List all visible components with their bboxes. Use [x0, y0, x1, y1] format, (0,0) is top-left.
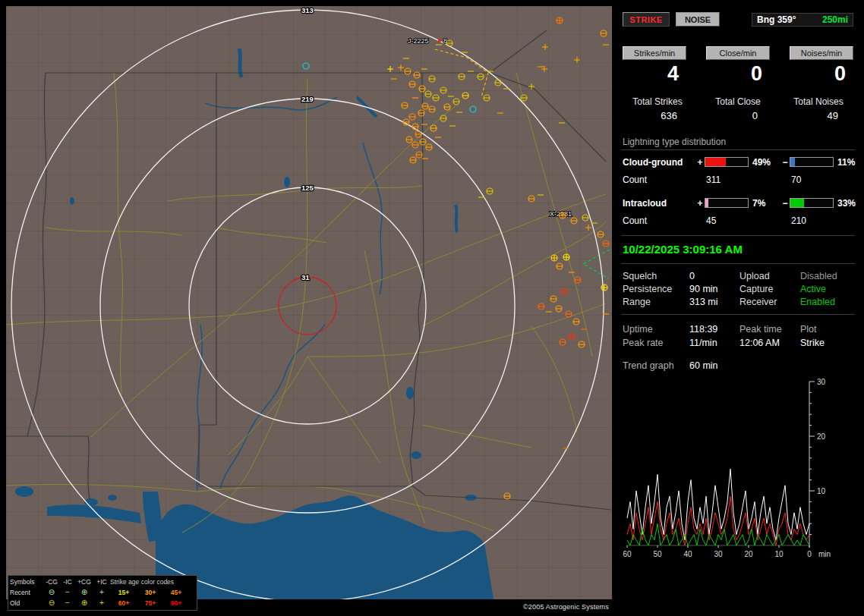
cg-positive-bar: [705, 157, 749, 167]
peak-rate-value: 11/min: [689, 338, 739, 348]
trend-graph: 1020306050403020100min: [623, 377, 852, 567]
settings-grid: Squelch 0 Upload Disabled Persistence 90…: [623, 271, 853, 307]
cg-negative-count: 70: [790, 174, 834, 185]
ic-negative-count: 210: [790, 215, 834, 226]
legend-col-pic: +IC: [93, 577, 110, 587]
map-panel: 31321912531 J-22258X-2981 Symbols -CG -I…: [6, 6, 612, 611]
close-per-min-button[interactable]: Close/min: [706, 46, 770, 60]
cg-positive-count: 311: [705, 174, 749, 185]
capture-status: Active: [800, 284, 853, 294]
svg-text:10: 10: [817, 487, 826, 495]
peak-time-label: Peak time: [739, 324, 800, 335]
strike-symbol: [563, 254, 569, 260]
legend-symbols-title: Symbols: [10, 577, 43, 587]
map-legend: Symbols -CG -IC +CG +IC Strike age color…: [8, 575, 197, 611]
rate-boxes: Strikes/min 4 Close/min 0 Noises/min 0: [623, 46, 853, 86]
cg-positive-pct: 49%: [749, 157, 780, 168]
age-45: 45+: [163, 587, 189, 598]
ic-negative-pct: 33%: [834, 198, 856, 209]
upload-label: Upload: [739, 271, 800, 281]
svg-text:0: 0: [807, 550, 812, 558]
old-ic-minus-icon: −: [60, 599, 75, 607]
svg-text:219: 219: [301, 95, 314, 103]
total-close-value: 0: [703, 110, 773, 121]
svg-text:40: 40: [683, 550, 692, 558]
status-panel: STRIKE NOISE Bng 359° 250mi Strikes/min …: [618, 6, 858, 611]
cloud-ground-count-row: Count 311 70: [623, 171, 853, 188]
svg-text:10: 10: [774, 550, 784, 558]
legend-col-nic: -IC: [60, 577, 75, 587]
recent-ic-minus-icon: −: [60, 589, 75, 596]
total-strikes-label: Total Strikes: [623, 96, 692, 107]
upload-status: Disabled: [800, 271, 853, 281]
svg-text:min: min: [818, 550, 831, 558]
persistence-value: 90 min: [689, 284, 739, 294]
svg-text:30: 30: [817, 378, 826, 386]
plot-label: Plot: [800, 324, 853, 335]
age-75: 75+: [137, 598, 163, 608]
svg-text:50: 50: [653, 550, 662, 558]
legend-col-ncg: -CG: [43, 577, 60, 587]
peak-rate-label: Peak rate: [623, 338, 689, 348]
recent-cg-minus-icon: ⊖: [43, 589, 60, 596]
peak-time-value: 12:06 AM: [739, 338, 800, 348]
range-setting-value: 313 mi: [689, 297, 739, 307]
lightning-map[interactable]: 31321912531 J-22258X-2981: [6, 6, 612, 599]
intracloud-row: Intracloud + 7% − 33%: [623, 194, 853, 212]
trend-graph-label: Trend graph: [623, 360, 689, 371]
uptime-value: 118:39: [689, 324, 739, 335]
age-90: 90+: [163, 598, 189, 608]
total-close-label: Total Close: [703, 96, 773, 107]
svg-text:30: 30: [714, 550, 723, 558]
svg-text:20: 20: [817, 432, 826, 441]
intracloud-count-row: Count 45 210: [623, 212, 853, 229]
bearing-value: Bng 359°: [757, 14, 796, 25]
close-per-min-value: 0: [706, 61, 770, 86]
strike-button[interactable]: STRIKE: [623, 12, 670, 27]
strike-symbol: [551, 255, 557, 261]
svg-text:125: 125: [301, 184, 314, 192]
total-strikes-value: 636: [623, 110, 692, 121]
minus-sign: −: [780, 198, 790, 209]
cloud-ground-row: Cloud-ground + 49% − 11%: [623, 153, 853, 171]
legend-col-pcg: +CG: [75, 577, 93, 587]
distribution-title: Lightning type distribution: [623, 137, 853, 149]
bearing-display: Bng 359° 250mi: [752, 13, 853, 27]
old-cg-plus-icon: ⊕: [75, 599, 93, 607]
old-cg-minus-icon: ⊖: [43, 599, 60, 607]
range-label: Range: [623, 297, 689, 307]
trend-window-value: 60 min: [689, 360, 853, 371]
noises-per-min-button[interactable]: Noises/min: [790, 46, 853, 60]
ic-positive-bar: [705, 198, 749, 208]
noise-button[interactable]: NOISE: [676, 12, 720, 27]
squelch-label: Squelch: [623, 271, 689, 281]
mode-buttons: STRIKE NOISE Bng 359° 250mi: [623, 12, 853, 27]
cg-negative-bar: [790, 157, 834, 167]
legend-age-title: Strike age color codes: [110, 577, 189, 587]
capture-label: Capture: [739, 284, 800, 294]
copyright-text: ©2005 Astrogenic Systems: [523, 603, 609, 611]
legend-recent-label: Recent: [10, 587, 43, 598]
svg-text:X-2981: X-2981: [550, 210, 572, 218]
recent-ic-plus-icon: +: [93, 589, 110, 596]
strikes-per-min-button[interactable]: Strikes/min: [623, 46, 686, 60]
plus-sign: +: [695, 198, 705, 209]
ic-count-label: Count: [623, 215, 695, 226]
strike-symbol: [601, 284, 607, 291]
cloud-ground-label: Cloud-ground: [623, 157, 695, 168]
minus-sign: −: [780, 157, 790, 168]
strikes-per-min-value: 4: [623, 61, 686, 86]
strike-symbol: [557, 17, 563, 24]
trend-header: Trend graph 60 min: [623, 360, 853, 371]
receiver-label: Receiver: [739, 297, 800, 307]
uptime-grid: Uptime 118:39 Peak time Plot Peak rate 1…: [623, 324, 853, 348]
plot-type-value: Strike: [800, 338, 853, 348]
age-60: 60+: [110, 598, 137, 608]
svg-text:60: 60: [623, 550, 632, 558]
totals-row: Total Strikes 636 Total Close 0 Total No…: [623, 96, 853, 121]
persistence-label: Persistence: [623, 284, 689, 294]
ic-positive-pct: 7%: [749, 198, 780, 209]
svg-text:20: 20: [744, 550, 753, 558]
trend-series: [627, 469, 809, 545]
recent-cg-plus-icon: ⊕: [75, 589, 93, 596]
